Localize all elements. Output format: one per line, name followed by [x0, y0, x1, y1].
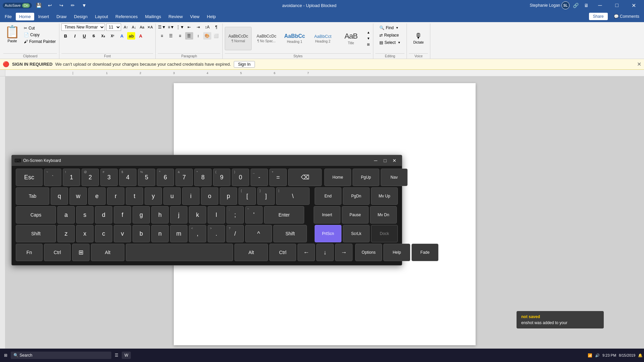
key-shift-left[interactable]: Shift — [16, 225, 56, 242]
key-r[interactable]: r — [107, 187, 124, 205]
font-color-button[interactable]: A — [137, 32, 145, 40]
strikethrough-button[interactable]: S — [90, 32, 98, 40]
menu-file[interactable]: File — [1, 13, 15, 20]
menu-help[interactable]: Help — [204, 13, 219, 20]
shading-button[interactable]: 🎨 — [203, 32, 211, 40]
key-end[interactable]: End — [315, 187, 341, 205]
cut-button[interactable]: ✂ Cut — [22, 25, 57, 31]
bold-button[interactable]: B — [61, 32, 69, 40]
key-semicolon[interactable]: :; — [226, 206, 244, 224]
start-button[interactable]: ⊞ — [1, 352, 10, 359]
key-x[interactable]: x — [76, 225, 94, 242]
menu-insert[interactable]: Insert — [35, 13, 53, 20]
key-backspace[interactable]: ⌫ — [288, 169, 322, 186]
styles-expand[interactable]: ⊞ — [366, 42, 371, 47]
key-e[interactable]: e — [88, 187, 106, 205]
display-icon[interactable]: 🖥 — [582, 1, 591, 10]
key-8[interactable]: *8 — [194, 169, 212, 186]
clear-format-button[interactable]: ✕A — [147, 24, 153, 31]
key-nav[interactable]: Nav — [381, 169, 408, 186]
connected-icon[interactable]: 🔗 — [571, 1, 580, 10]
menu-draw[interactable]: Draw — [53, 13, 70, 20]
key-9[interactable]: (9 — [213, 169, 230, 186]
style-heading2[interactable]: AaBbCct Heading 2 — [309, 27, 336, 50]
key-fade[interactable]: Fade — [412, 244, 438, 261]
key-l[interactable]: l — [208, 206, 225, 224]
font-size-select[interactable]: 11 — [106, 23, 121, 31]
user-info[interactable]: Stephanie Logan SL — [530, 1, 570, 9]
key-lbracket[interactable]: {[ — [238, 187, 256, 205]
key-caps[interactable]: Caps — [16, 206, 56, 224]
key-6[interactable]: ^6 — [157, 169, 174, 186]
copy-button[interactable]: 📄 Copy — [22, 32, 57, 38]
key-tab[interactable]: Tab — [16, 187, 49, 205]
key-esc[interactable]: Esc — [16, 169, 43, 186]
redo-icon[interactable]: ↪ — [57, 1, 66, 10]
format-painter-button[interactable]: 🖌 Format Painter — [22, 39, 57, 44]
key-left-arrow[interactable]: ← — [298, 244, 315, 261]
key-b[interactable]: b — [132, 225, 150, 242]
key-pgdn[interactable]: PgDn — [343, 187, 370, 205]
key-f[interactable]: f — [114, 206, 131, 224]
word-taskbar-item[interactable]: W — [122, 352, 131, 359]
subscript-button[interactable]: X₂ — [99, 32, 107, 40]
style-title[interactable]: AaB Title — [337, 27, 364, 50]
key-dock[interactable]: Dock — [371, 225, 398, 242]
line-spacing-button[interactable]: ↕ — [194, 32, 202, 40]
key-rbracket[interactable]: }] — [257, 187, 275, 205]
italic-button[interactable]: I — [71, 32, 79, 40]
key-alt-right[interactable]: Alt — [234, 244, 268, 261]
key-c[interactable]: c — [95, 225, 112, 242]
menu-references[interactable]: References — [112, 13, 141, 20]
key-caret[interactable]: ^ — [245, 225, 272, 242]
key-down-arrow[interactable]: ↓ — [316, 244, 334, 261]
key-quote[interactable]: "' — [245, 206, 263, 224]
notification-close-button[interactable]: ✕ — [637, 61, 641, 67]
decrease-font-button[interactable]: A↓ — [130, 24, 137, 31]
save-icon[interactable]: 💾 — [34, 1, 43, 10]
style-normal[interactable]: AaBbCcDc ¶ Normal — [225, 27, 252, 50]
dictate-button[interactable]: 🎙 Dictate — [411, 31, 426, 46]
key-shift-right[interactable]: Shift — [273, 225, 307, 242]
notification-bell-icon[interactable]: 🔔 — [638, 353, 643, 358]
key-m[interactable]: m — [170, 225, 187, 242]
dropdown-customize[interactable]: ▼ — [79, 1, 89, 10]
key-5[interactable]: %5 — [138, 169, 155, 186]
key-right-arrow[interactable]: → — [335, 244, 353, 261]
key-3[interactable]: #3 — [100, 169, 118, 186]
key-help[interactable]: Help — [383, 244, 410, 261]
style-no-spacing[interactable]: AaBbCcDc ¶ No Spac... — [253, 27, 280, 50]
key-prtscn[interactable]: PrtScn — [315, 225, 341, 242]
key-slash[interactable]: ?/ — [226, 225, 244, 242]
select-button[interactable]: ▤ Select ▼ — [377, 40, 402, 46]
osk-minimize-button[interactable]: ─ — [371, 157, 380, 164]
align-center-button[interactable]: ☰ — [167, 32, 175, 40]
key-mvup[interactable]: Mv Up — [371, 187, 398, 205]
key-ctrl-right[interactable]: Ctrl — [269, 244, 296, 261]
key-k[interactable]: k — [189, 206, 206, 224]
key-2[interactable]: @2 — [82, 169, 99, 186]
key-u[interactable]: u — [163, 187, 181, 205]
key-1[interactable]: !1 — [63, 169, 80, 186]
key-4[interactable]: $4 — [119, 169, 137, 186]
key-n[interactable]: n — [151, 225, 169, 242]
key-scrlk[interactable]: ScrLk — [343, 225, 370, 242]
key-backslash[interactable]: |\ — [276, 187, 310, 205]
key-s[interactable]: s — [76, 206, 94, 224]
key-z[interactable]: z — [57, 225, 75, 242]
comments-button[interactable]: 💬 Comments — [610, 13, 643, 20]
find-button[interactable]: 🔍 Find ▼ — [377, 25, 400, 31]
replace-button[interactable]: ⇄ Replace — [377, 32, 401, 38]
key-pgup[interactable]: PgUp — [353, 169, 379, 186]
align-left-button[interactable]: ≡ — [158, 32, 166, 40]
bullets-button[interactable]: ☰▼ — [158, 23, 166, 31]
key-mvdn[interactable]: Mv Dn — [370, 206, 397, 224]
key-space[interactable] — [126, 244, 233, 261]
menu-view[interactable]: View — [187, 13, 203, 20]
undo-icon[interactable]: ↩ — [45, 1, 55, 10]
styles-scroll-down[interactable]: ▼ — [366, 36, 371, 41]
font-family-select[interactable]: Times New Roman — [61, 23, 105, 31]
key-0[interactable]: )0 — [232, 169, 249, 186]
key-ctrl-left[interactable]: Ctrl — [44, 244, 71, 261]
key-7[interactable]: &7 — [175, 169, 193, 186]
